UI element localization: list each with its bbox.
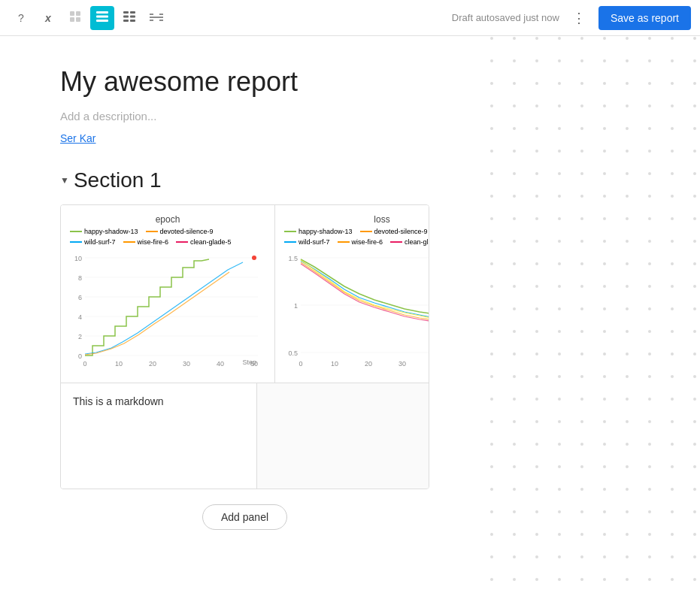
epoch-chart-svg: 10 8 6 4 2 0 [70,250,265,374]
section-header: ▼ Section 1 [60,168,429,192]
layout-split-icon [123,11,135,24]
legend-label: wild-surf-7 [84,238,116,246]
section-title[interactable]: Section 1 [74,168,162,192]
legend-label: clean-glade-5 [190,238,232,246]
autosave-status: Draft autosaved just now [452,12,559,23]
svg-text:6: 6 [78,294,82,301]
legend-label: happy-shadow-13 [84,228,138,235]
epoch-chart-title: epoch [70,214,265,225]
svg-text:10: 10 [115,360,123,368]
svg-rect-8 [130,11,135,14]
legend-color [338,241,350,243]
svg-rect-3 [76,17,80,22]
svg-text:0: 0 [83,360,86,368]
empty-panel [257,383,429,489]
legend-color [284,241,296,243]
more-options-button[interactable]: ⋮ [567,6,591,30]
svg-text:0: 0 [78,352,82,360]
layout-full-icon [96,11,108,24]
svg-text:4: 4 [78,313,82,321]
layout-full-button[interactable] [90,6,114,30]
svg-rect-7 [123,11,129,14]
svg-text:10: 10 [74,255,82,262]
legend-item: wise-fire-6 [338,238,383,246]
dots-pattern [489,36,700,599]
svg-rect-1 [76,11,80,16]
svg-text:20: 20 [149,360,156,368]
more-icon: ⋮ [572,10,586,26]
svg-rect-10 [130,16,135,18]
section-toggle[interactable]: ▼ [60,175,69,186]
legend-label: clean-glade-5 [405,238,429,246]
main-content: My awesome report Add a description... S… [0,36,700,599]
svg-point-37 [252,256,256,260]
svg-rect-2 [70,17,74,22]
svg-rect-9 [123,16,129,18]
legend-item: devoted-silence-9 [146,228,214,235]
formula-button[interactable]: x [36,6,60,30]
expand-button[interactable] [144,6,168,30]
editor-area: My awesome report Add a description... S… [0,36,489,599]
save-report-button[interactable]: Save as report [598,6,691,30]
add-panel-container: Add panel [60,504,429,530]
legend-color [284,231,296,232]
description-field[interactable]: Add a description... [60,110,429,123]
toolbar: ? x [0,0,700,36]
svg-text:8: 8 [78,274,82,282]
legend-item: clean-glade-5 [176,238,232,246]
dots-area [489,36,700,599]
svg-rect-12 [130,20,135,22]
markdown-text: This is a markdown [73,395,244,407]
svg-text:40: 40 [217,360,224,368]
svg-rect-4 [96,11,108,14]
legend-label: wild-surf-7 [298,238,330,246]
svg-rect-5 [96,16,108,18]
expand-icon [150,12,163,24]
table-button[interactable] [63,6,87,30]
svg-rect-11 [123,20,129,22]
legend-item: wild-surf-7 [284,238,330,246]
svg-text:0.5: 0.5 [288,349,298,357]
svg-rect-0 [70,11,74,16]
loss-chart-title: loss [284,214,429,225]
legend-label: happy-shadow-13 [298,228,353,235]
legend-color [70,241,82,243]
legend-color [70,231,82,232]
charts-row: epoch happy-shadow-13 devoted-silence-9 [61,205,429,383]
legend-item: devoted-silence-9 [360,228,428,235]
svg-text:1: 1 [294,302,298,310]
svg-text:30: 30 [398,360,406,368]
help-button[interactable]: ? [9,6,33,30]
svg-text:1.5: 1.5 [288,255,298,262]
svg-rect-52 [489,36,700,599]
epoch-legend: happy-shadow-13 devoted-silence-9 wild-s… [70,228,265,246]
add-panel-button[interactable]: Add panel [202,504,287,530]
layout-split-button[interactable] [117,6,141,30]
svg-rect-6 [96,20,108,22]
svg-text:2: 2 [78,333,82,340]
svg-text:20: 20 [365,360,372,368]
bottom-panels-row: This is a markdown [61,383,429,489]
legend-item: clean-glade-5 [390,238,429,246]
loss-chart-panel: loss happy-shadow-13 devoted-silence-9 [275,205,429,383]
legend-label: wise-fire-6 [352,238,383,246]
epoch-chart-panel: epoch happy-shadow-13 devoted-silence-9 [61,205,275,383]
svg-text:30: 30 [183,360,190,368]
formula-icon: x [45,12,51,24]
svg-text:0: 0 [298,360,302,368]
report-title[interactable]: My awesome report [60,66,429,98]
table-icon [69,11,81,25]
help-icon: ? [18,12,24,24]
loss-legend: happy-shadow-13 devoted-silence-9 wild-s… [284,228,429,246]
legend-color [390,241,402,243]
legend-item: wild-surf-7 [70,238,116,246]
legend-color [123,241,135,243]
author-link[interactable]: Ser Kar [60,132,95,144]
legend-color [360,231,372,232]
toolbar-right: Draft autosaved just now ⋮ Save as repor… [352,6,692,30]
markdown-panel[interactable]: This is a markdown [61,383,257,489]
legend-label: devoted-silence-9 [374,228,428,235]
panels-grid: epoch happy-shadow-13 devoted-silence-9 [60,204,429,489]
legend-item: wise-fire-6 [123,238,169,246]
toolbar-left: ? x [9,6,349,30]
